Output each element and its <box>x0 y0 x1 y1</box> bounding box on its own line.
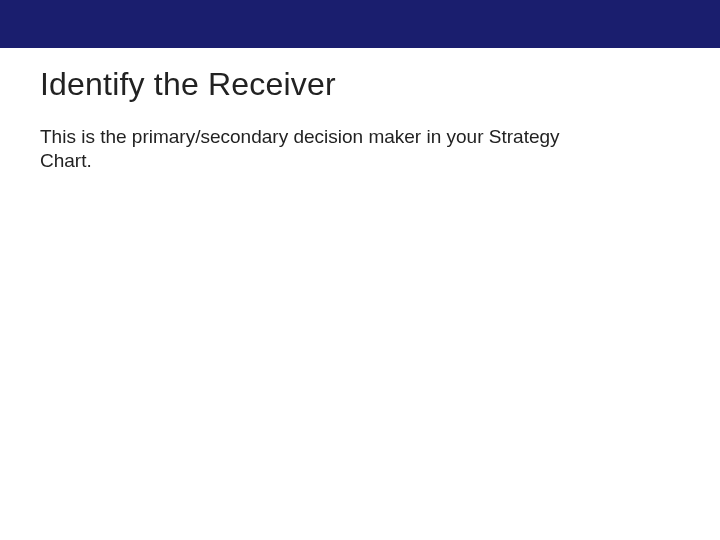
header-band <box>0 0 720 48</box>
slide-title: Identify the Receiver <box>40 66 680 103</box>
slide-content: Identify the Receiver This is the primar… <box>0 48 720 173</box>
slide-body-text: This is the primary/secondary decision m… <box>40 125 600 173</box>
